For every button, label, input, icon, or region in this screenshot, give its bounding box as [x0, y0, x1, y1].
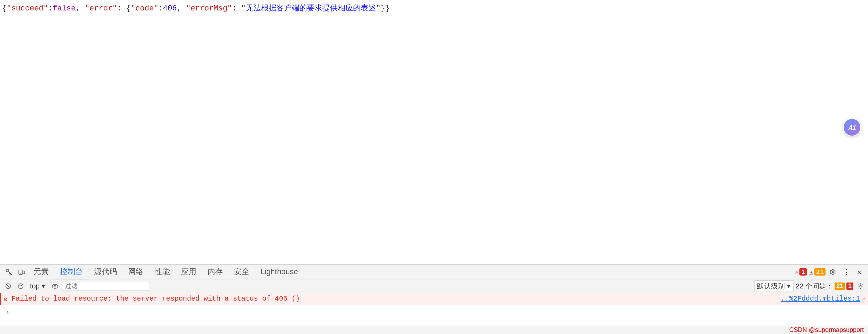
console-log-level-selector[interactable]: 默认级别 ▼ — [754, 280, 793, 292]
tab-elements[interactable]: 元素 — [28, 265, 54, 279]
error-entry-text: Failed to load resource: the server resp… — [11, 295, 778, 303]
console-clear-icon[interactable] — [3, 281, 13, 292]
console-filter-input[interactable] — [62, 282, 149, 291]
devtools-status-bar: CSDN @supermapsupport — [0, 326, 868, 334]
devtools-close-icon[interactable]: ✕ — [853, 266, 865, 278]
device-toolbar-icon[interactable] — [15, 266, 28, 278]
svg-line-7 — [19, 285, 21, 286]
svg-point-10 — [54, 285, 56, 287]
svg-rect-2 — [23, 271, 25, 274]
tab-sources[interactable]: 源代码 — [88, 265, 123, 279]
json-value-false: false — [53, 4, 76, 13]
json-key-error: "error" — [85, 4, 117, 13]
devtools-panel: 元素 控制台 源代码 网络 性能 应用 内存 安全 Lighthouse — [0, 264, 868, 334]
svg-point-9 — [52, 284, 58, 288]
devtools-settings-icon[interactable] — [827, 266, 839, 278]
status-csdn-label: CSDN @supermapsupport — [789, 326, 864, 334]
console-entry-error: ⊗ Failed to load resource: the server re… — [0, 293, 868, 305]
issue-error-count: 21 — [835, 283, 845, 290]
console-filter-icon[interactable] — [15, 281, 26, 292]
svg-point-11 — [860, 285, 861, 287]
issue-count-label: 22 个问题： — [796, 281, 833, 291]
console-eye-icon[interactable] — [50, 281, 60, 291]
json-response-text: {"succeed":false, "error": {"code":406, … — [2, 3, 390, 13]
tab-application[interactable]: 应用 — [175, 265, 202, 279]
json-key-succeed: "succeed" — [7, 4, 48, 13]
tab-lighthouse[interactable]: Lighthouse — [255, 265, 304, 279]
json-brace-open: { — [2, 4, 7, 13]
warning-count: 21 — [814, 268, 826, 276]
svg-rect-0 — [6, 269, 9, 272]
devtools-tab-actions: ⚠ 1 ⚠ 21 ⋮ ✕ — [795, 266, 865, 278]
error-entry-source[interactable]: ..%2Fdddd.mbtiles:1 — [781, 295, 860, 303]
json-value-code: 406 — [163, 4, 177, 13]
issue-count: 22 个问题： 21 1 — [796, 281, 853, 291]
console-entries: ⊗ Failed to load resource: the server re… — [0, 293, 868, 326]
error-entry-icon: ⊗ — [4, 295, 11, 303]
tab-console[interactable]: 控制台 — [54, 265, 88, 279]
devtools-more-icon[interactable]: ⋮ — [840, 266, 852, 278]
tab-network[interactable]: 网络 — [123, 265, 149, 279]
json-key-code: "code" — [131, 4, 158, 13]
log-level-arrow-icon: ▼ — [786, 284, 791, 289]
tab-performance[interactable]: 性能 — [149, 265, 175, 279]
context-arrow-icon: ▼ — [41, 284, 46, 289]
tab-memory[interactable]: 内存 — [202, 265, 228, 279]
console-gear-icon[interactable] — [855, 281, 865, 291]
tab-security[interactable]: 安全 — [228, 265, 255, 279]
console-prompt-icon[interactable]: › — [3, 307, 13, 317]
json-value-errormsg: 无法根据客户端的要求提供相应的表述 — [246, 4, 376, 13]
ai-float-button[interactable]: Ai — [843, 118, 861, 136]
console-prompt-entry: › — [0, 305, 868, 319]
inspect-element-icon[interactable] — [3, 266, 15, 278]
svg-line-8 — [21, 285, 22, 286]
console-context-selector[interactable]: top ▼ — [28, 281, 48, 291]
json-key-errormsg: "errorMsg" — [186, 4, 232, 13]
context-label: top — [30, 282, 40, 290]
devtools-tab-bar: 元素 控制台 源代码 网络 性能 应用 内存 安全 Lighthouse — [0, 265, 868, 279]
svg-line-5 — [7, 285, 9, 288]
ai-button-label: Ai — [848, 124, 856, 131]
log-level-label: 默认级别 — [757, 281, 785, 291]
console-toolbar: top ▼ 默认级别 ▼ 22 个问题： 21 1 — [0, 279, 868, 293]
error-count: 1 — [799, 268, 807, 276]
error-badge: ⚠ 1 ⚠ 21 — [795, 268, 826, 276]
issue-info-count: 1 — [846, 283, 853, 290]
main-content: {"succeed":false, "error": {"code":406, … — [0, 0, 868, 264]
error-source-link-icon: ↗ — [861, 295, 865, 302]
